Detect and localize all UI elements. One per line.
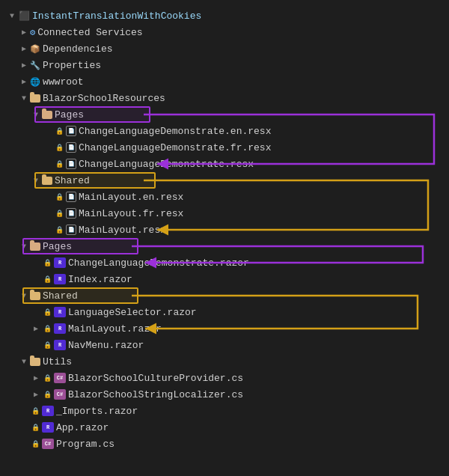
lock-icon (42, 307, 52, 317)
tree-item-wwwroot[interactable]: 🌐 wwwroot (6, 73, 443, 90)
razor-icon: R (42, 422, 54, 433)
folder-icon (42, 111, 52, 119)
razor-icon: R (42, 406, 54, 416)
folder-icon (30, 94, 40, 103)
item-label: InstantTranslationWithCookies (32, 10, 201, 22)
item-label: BlazorSchoolResources (43, 93, 165, 104)
lock-icon (42, 389, 52, 400)
lock-icon (42, 340, 52, 350)
lock-icon (30, 422, 40, 433)
tree-item-main_fr[interactable]: 📄 MainLayout.fr.resx (6, 205, 443, 222)
properties-icon: 🔧 (30, 61, 40, 70)
item-label: NavMenu.razor (68, 340, 144, 351)
razor-icon: R (54, 307, 66, 317)
tree-item-utils[interactable]: Utils (6, 353, 443, 370)
item-label: wwwroot (43, 76, 84, 88)
lock-icon (42, 323, 52, 334)
expand-arrow[interactable] (30, 388, 42, 400)
item-label: Pages (43, 241, 72, 252)
tree-item-dependencies[interactable]: 📦 Dependencies (6, 40, 443, 57)
tree-item-change_en[interactable]: 📄 ChangeLanguageDemonstrate.en.resx (6, 123, 443, 139)
lock-icon (30, 406, 40, 416)
lock-icon (54, 225, 64, 235)
razor-icon: R (54, 340, 66, 350)
tree-item-culture_cs[interactable]: C# BlazorSchoolCultureProvider.cs (6, 370, 443, 386)
tree-item-properties[interactable]: 🔧 Properties (6, 57, 443, 73)
tree-item-index_razor[interactable]: R Index.razor (6, 271, 443, 287)
tree-item-mainlayout_razor[interactable]: R MainLayout.razor (6, 320, 443, 337)
item-label: Connected Services (37, 27, 142, 38)
tree-item-app_razor[interactable]: R App.razor (6, 419, 443, 436)
expand-arrow[interactable] (30, 323, 42, 335)
item-label: MainLayout.en.resx (79, 192, 183, 203)
folder-icon (42, 177, 52, 185)
tree-item-shared1[interactable]: Shared (6, 172, 443, 189)
item-label: MainLayout.razor (68, 323, 162, 335)
item-label: Index.razor (68, 274, 132, 285)
resx-icon: 📄 (66, 192, 76, 202)
lock-icon (42, 257, 52, 268)
lock-icon (54, 159, 64, 169)
resx-icon: 📄 (66, 159, 76, 169)
item-label: ChangeLanguageDemonstrate.razor (68, 257, 249, 269)
cs-icon: C# (54, 389, 66, 400)
item-label: Program.cs (56, 439, 114, 450)
item-label: _Imports.razor (56, 406, 138, 417)
tree-item-change_razor[interactable]: R ChangeLanguageDemonstrate.razor (6, 254, 443, 271)
tree-item-blazorresources[interactable]: BlazorSchoolResources (6, 90, 443, 106)
expand-arrow[interactable] (6, 10, 18, 22)
expand-arrow[interactable] (30, 174, 42, 186)
resx-icon: 📄 (66, 208, 76, 219)
dependencies-icon: 📦 (30, 44, 40, 54)
tree-item-main_resx[interactable]: 📄 MainLayout.resx (6, 222, 443, 238)
folder-icon (30, 242, 40, 251)
tree-item-root[interactable]: ⬛ InstantTranslationWithCookies (6, 7, 443, 24)
tree-item-change_resx[interactable]: 📄 ChangeLanguageDemonstrate.resx (6, 156, 443, 172)
tree-item-program_cs[interactable]: C# Program.cs (6, 436, 443, 452)
expand-arrow[interactable] (18, 356, 30, 367)
item-label: App.razor (56, 422, 109, 433)
item-label: BlazorSchoolCultureProvider.cs (68, 373, 243, 384)
item-label: LanguageSelector.razor (68, 307, 197, 318)
lock-icon (30, 439, 40, 449)
expand-arrow[interactable] (18, 43, 30, 55)
expand-arrow[interactable] (30, 109, 42, 120)
expand-arrow[interactable] (18, 26, 30, 38)
expand-arrow[interactable] (18, 92, 30, 104)
folder-icon (30, 292, 40, 300)
item-label: ChangeLanguageDemonstrate.resx (79, 159, 254, 170)
tree-item-imports_razor[interactable]: R _Imports.razor (6, 403, 443, 419)
expand-arrow[interactable] (18, 290, 30, 302)
tree-item-navmenu_razor[interactable]: R NavMenu.razor (6, 337, 443, 353)
lock-icon (54, 142, 64, 153)
expand-arrow[interactable] (18, 240, 30, 252)
tree-item-lang_razor[interactable]: R LanguageSelector.razor (6, 304, 443, 320)
expand-arrow[interactable] (30, 372, 42, 384)
lock-icon (54, 126, 64, 136)
item-label: Shared (55, 175, 90, 186)
tree-item-pages1[interactable]: Pages (6, 106, 443, 123)
resx-icon: 📄 (66, 225, 76, 235)
item-label: ChangeLanguageDemonstrate.fr.resx (79, 142, 271, 153)
lock-icon (54, 192, 64, 202)
razor-icon: R (54, 274, 66, 284)
tree-item-connected[interactable]: ⚙ Connected Services (6, 24, 443, 40)
resx-icon: 📄 (66, 126, 76, 136)
tree-item-shared2[interactable]: Shared (6, 287, 443, 304)
lock-icon (42, 373, 52, 383)
tree-item-localizer_cs[interactable]: C# BlazorSchoolStringLocalizer.cs (6, 386, 443, 403)
razor-icon: R (54, 257, 66, 268)
razor-icon: R (54, 323, 66, 334)
tree-item-change_fr[interactable]: 📄 ChangeLanguageDemonstrate.fr.resx (6, 139, 443, 156)
connected-services-icon: ⚙ (30, 27, 35, 38)
expand-arrow[interactable] (18, 59, 30, 71)
lock-icon (54, 208, 64, 219)
cs-icon: C# (42, 439, 54, 449)
item-label: BlazorSchoolStringLocalizer.cs (68, 389, 243, 400)
tree-item-pages2[interactable]: Pages (6, 238, 443, 254)
tree-item-main_en[interactable]: 📄 MainLayout.en.resx (6, 189, 443, 205)
item-label: Properties (43, 60, 101, 71)
cs-icon: C# (54, 373, 66, 383)
project-icon: ⬛ (18, 10, 30, 21)
expand-arrow[interactable] (18, 76, 30, 88)
